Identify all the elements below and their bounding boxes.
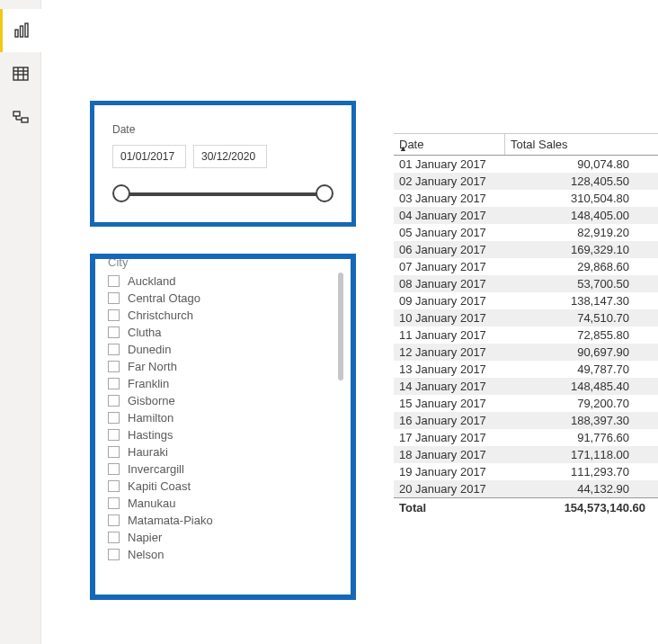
cell-sales: 148,485.40	[505, 378, 658, 395]
city-item-label: Far North	[128, 360, 177, 373]
city-slicer[interactable]: City AucklandCentral OtagoChristchurchCl…	[90, 254, 356, 600]
data-view-button[interactable]	[0, 52, 41, 95]
cell-sales: 171,118.00	[505, 446, 658, 463]
checkbox-icon[interactable]	[108, 480, 120, 492]
checkbox-icon[interactable]	[108, 344, 120, 355]
cell-date: 11 January 2017	[394, 326, 505, 344]
cell-date: 12 January 2017	[394, 344, 505, 361]
table-row[interactable]: 13 January 201749,787.70	[394, 361, 658, 378]
checkbox-icon[interactable]	[108, 361, 120, 372]
table-row[interactable]: 10 January 201774,510.70	[394, 309, 658, 326]
svg-rect-3	[13, 67, 28, 80]
checkbox-icon[interactable]	[108, 292, 120, 304]
cell-date: 16 January 2017	[394, 412, 505, 429]
cell-sales: 44,132.90	[505, 480, 658, 497]
cell-sales: 111,293.70	[505, 463, 658, 480]
date-range-slider[interactable]	[112, 184, 333, 202]
cell-date: 06 January 2017	[394, 241, 505, 258]
checkbox-icon[interactable]	[108, 412, 120, 424]
cell-date: 02 January 2017	[394, 173, 505, 190]
table-row[interactable]: 18 January 2017171,118.00	[394, 446, 658, 463]
city-item-label: Gisborne	[128, 394, 175, 407]
table-row[interactable]: 19 January 2017111,293.70	[394, 463, 658, 480]
city-item[interactable]: Manukau	[108, 495, 343, 512]
cell-date: 13 January 2017	[394, 361, 505, 378]
city-item[interactable]: Kapiti Coast	[108, 478, 343, 495]
table-row[interactable]: 14 January 2017148,485.40	[394, 378, 658, 395]
table-row[interactable]: 16 January 2017188,397.30	[394, 412, 658, 429]
city-item-label: Nelson	[128, 548, 164, 561]
city-item[interactable]: Invercargill	[108, 461, 343, 478]
city-item[interactable]: Napier	[108, 529, 343, 546]
checkbox-icon[interactable]	[108, 429, 120, 441]
table-row[interactable]: 08 January 201753,700.50	[394, 275, 658, 292]
table-row[interactable]: 12 January 201790,697.90	[394, 344, 658, 361]
table-row[interactable]: 05 January 201782,919.20	[394, 224, 658, 241]
table-row[interactable]: 20 January 201744,132.90	[394, 480, 658, 497]
bar-chart-icon	[13, 22, 30, 39]
table-row[interactable]: 04 January 2017148,405.00	[394, 207, 658, 224]
table-row[interactable]: 03 January 2017310,504.80	[394, 190, 658, 207]
cell-date: 05 January 2017	[394, 224, 505, 241]
city-item[interactable]: Far North	[108, 358, 343, 375]
cell-sales: 49,787.70	[505, 361, 658, 378]
city-item[interactable]: Auckland	[108, 273, 343, 290]
checkbox-icon[interactable]	[108, 532, 120, 543]
cell-date: 15 January 2017	[394, 395, 505, 412]
city-item[interactable]: Gisborne	[108, 392, 343, 409]
cell-date: 17 January 2017	[394, 429, 505, 446]
city-item[interactable]: Christchurch	[108, 307, 343, 324]
slider-handle-start[interactable]	[112, 184, 130, 202]
svg-rect-0	[15, 30, 18, 37]
checkbox-icon[interactable]	[108, 326, 120, 338]
column-header-total-sales[interactable]: Total Sales	[505, 134, 658, 155]
cell-date: 09 January 2017	[394, 292, 505, 309]
table-row[interactable]: 02 January 2017128,405.50	[394, 173, 658, 190]
city-item[interactable]: Dunedin	[108, 341, 343, 358]
city-item[interactable]: Franklin	[108, 375, 343, 392]
city-item-label: Franklin	[128, 377, 169, 390]
cell-date: 01 January 2017	[394, 156, 505, 173]
city-item-label: Auckland	[128, 274, 175, 288]
date-end-input[interactable]: 30/12/2020	[193, 145, 267, 168]
city-item-label: Napier	[128, 531, 162, 544]
checkbox-icon[interactable]	[108, 497, 120, 509]
checkbox-icon[interactable]	[108, 446, 120, 458]
table-row[interactable]: 11 January 201772,855.80	[394, 326, 658, 344]
model-view-button[interactable]	[0, 95, 41, 139]
column-header-date[interactable]: Date ▲	[394, 134, 505, 155]
city-scrollbar[interactable]	[338, 273, 343, 380]
city-item[interactable]: Nelson	[108, 546, 343, 563]
city-item[interactable]: Clutha	[108, 324, 343, 341]
checkbox-icon[interactable]	[108, 378, 120, 389]
city-item[interactable]: Matamata-Piako	[108, 512, 343, 529]
cell-sales: 53,700.50	[505, 275, 658, 292]
cell-date: 18 January 2017	[394, 446, 505, 463]
sort-ascending-icon: ▲	[399, 144, 407, 153]
table-row[interactable]: 07 January 201729,868.60	[394, 258, 658, 275]
city-item[interactable]: Hastings	[108, 426, 343, 443]
checkbox-icon[interactable]	[108, 309, 120, 321]
report-view-button[interactable]	[0, 9, 41, 52]
date-slicer[interactable]: Date 01/01/2017 30/12/2020	[90, 101, 356, 227]
table-row[interactable]: 09 January 2017138,147.30	[394, 292, 658, 309]
table-row[interactable]: 01 January 201790,074.80	[394, 156, 658, 173]
cell-date: 07 January 2017	[394, 258, 505, 275]
checkbox-icon[interactable]	[108, 395, 120, 407]
checkbox-icon[interactable]	[108, 514, 120, 526]
slider-track	[121, 192, 325, 196]
checkbox-icon[interactable]	[108, 549, 120, 560]
city-item[interactable]: Hauraki	[108, 443, 343, 461]
city-item[interactable]: Hamilton	[108, 409, 343, 426]
table-row[interactable]: 15 January 201779,200.70	[394, 395, 658, 412]
slider-handle-end[interactable]	[316, 184, 333, 202]
table-icon	[13, 66, 29, 82]
sales-table[interactable]: Date ▲ Total Sales 01 January 201790,074…	[394, 133, 658, 517]
cell-date: 04 January 2017	[394, 207, 505, 224]
table-row[interactable]: 06 January 2017169,329.10	[394, 241, 658, 258]
checkbox-icon[interactable]	[108, 275, 120, 287]
city-item[interactable]: Central Otago	[108, 290, 343, 307]
checkbox-icon[interactable]	[108, 463, 120, 475]
table-row[interactable]: 17 January 201791,776.60	[394, 429, 658, 446]
date-start-input[interactable]: 01/01/2017	[112, 145, 186, 168]
